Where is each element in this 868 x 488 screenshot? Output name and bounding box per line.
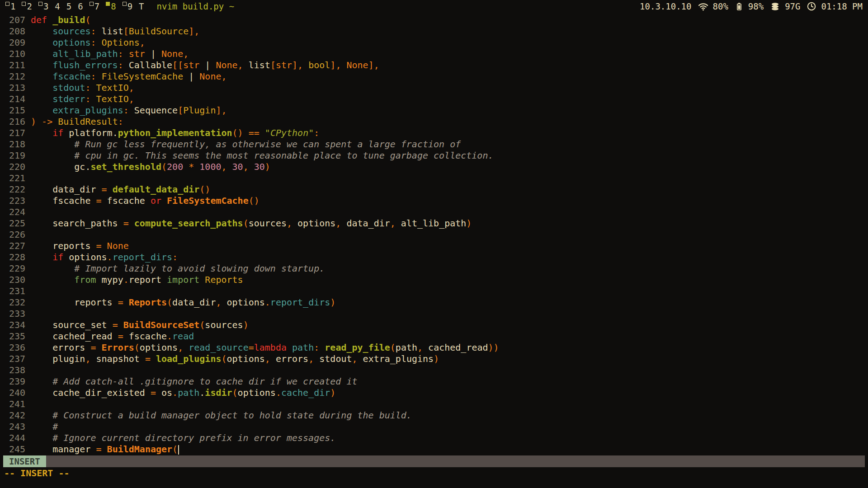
workspace-label: T <box>139 0 144 12</box>
window-square-icon <box>123 2 127 6</box>
line-number: 220 <box>0 161 25 173</box>
workspace-label: 7 <box>94 0 99 12</box>
code-line[interactable]: 215 extra_plugins: Sequence[Plugin], <box>0 105 868 116</box>
workspace-item-9[interactable]: 9 <box>123 0 132 12</box>
code-line[interactable]: 236 errors = Errors(options, read_source… <box>0 342 868 353</box>
workspace-label: 8 <box>111 0 116 12</box>
workspace-item-3[interactable]: 3 <box>38 0 48 12</box>
disk-icon <box>764 1 781 12</box>
code-line[interactable]: 220 gc.set_threshold(200 * 1000, 30, 30) <box>0 161 868 173</box>
code-line[interactable]: 210 alt_lib_path: str | None, <box>0 48 868 60</box>
line-number: 245 <box>0 444 25 455</box>
code-line[interactable]: 232 reports = Reports(data_dir, options.… <box>0 297 868 308</box>
window-title: nvim build.py ~ <box>157 1 235 11</box>
code-line[interactable]: 224 <box>0 206 868 218</box>
workspace-list: 123456789T <box>5 0 151 12</box>
line-number: 229 <box>0 263 25 274</box>
code-line[interactable]: 227 reports = None <box>0 240 868 252</box>
code-line[interactable]: 211 flush_errors: Callable[[str | None, … <box>0 60 868 71</box>
line-number: 208 <box>0 26 25 37</box>
line-number: 215 <box>0 105 25 116</box>
statusline: INSERT <box>0 455 868 467</box>
code-line[interactable]: 214 stderr: TextIO, <box>0 94 868 105</box>
code-line[interactable]: 207def _build( <box>0 14 868 26</box>
line-number: 213 <box>0 82 25 94</box>
line-number: 234 <box>0 319 25 331</box>
line-number: 235 <box>0 331 25 342</box>
workspace-item-1[interactable]: 1 <box>5 0 15 12</box>
line-number: 225 <box>0 218 25 229</box>
code-line[interactable]: 242 # Construct a build manager object t… <box>0 410 868 421</box>
line-number: 223 <box>0 195 25 206</box>
line-number: 233 <box>0 308 25 319</box>
line-number: 221 <box>0 173 25 184</box>
code-line[interactable]: 221 <box>0 173 868 184</box>
code-line[interactable]: 235 cached_read = fscache.read <box>0 331 868 342</box>
workspace-label: 2 <box>27 0 32 12</box>
code-line[interactable]: 233 <box>0 308 868 319</box>
line-number: 207 <box>0 14 25 26</box>
line-number: 218 <box>0 139 25 150</box>
code-line[interactable]: 216) -> BuildResult: <box>0 116 868 127</box>
code-line[interactable]: 223 fscache = fscache or FileSystemCache… <box>0 195 868 206</box>
code-line[interactable]: 225 search_paths = compute_search_paths(… <box>0 218 868 229</box>
line-number: 232 <box>0 297 25 308</box>
code-line[interactable]: 240 cache_dir_existed = os.path.isdir(op… <box>0 387 868 399</box>
window-square-icon <box>90 2 94 6</box>
line-number: 212 <box>0 71 25 82</box>
code-line[interactable]: 230 from mypy.report import Reports <box>0 274 868 286</box>
workspace-item-6[interactable]: 6 <box>78 0 83 12</box>
line-number: 237 <box>0 353 25 365</box>
line-number: 226 <box>0 229 25 240</box>
status-text: 10.3.10.10 <box>640 1 691 11</box>
workspace-item-T[interactable]: T <box>139 0 144 12</box>
line-number: 227 <box>0 240 25 252</box>
line-number: 216 <box>0 116 25 127</box>
line-number: 230 <box>0 274 25 286</box>
status-text: 01:18 PM <box>821 1 863 11</box>
code-line[interactable]: 213 stdout: TextIO, <box>0 82 868 94</box>
code-line[interactable]: 244 # Ignore current directory prefix in… <box>0 432 868 444</box>
code-line[interactable]: 229 # Import lazily to avoid slowing dow… <box>0 263 868 274</box>
line-number: 209 <box>0 37 25 48</box>
workspace-item-4[interactable]: 4 <box>55 0 60 12</box>
code-line[interactable]: 218 # Run gc less frequently, as otherwi… <box>0 139 868 150</box>
code-line[interactable]: 239 # Add catch-all .gitignore to cache … <box>0 376 868 387</box>
line-number: 224 <box>0 206 25 218</box>
workspace-label: 9 <box>127 0 132 12</box>
workspace-item-8[interactable]: 8 <box>106 0 116 12</box>
code-line[interactable]: 226 <box>0 229 868 240</box>
code-line[interactable]: 222 data_dir = default_data_dir() <box>0 184 868 195</box>
line-number: 240 <box>0 387 25 399</box>
code-line[interactable]: 208 sources: list[BuildSource], <box>0 26 868 37</box>
line-number: 239 <box>0 376 25 387</box>
code-line[interactable]: 219 # cpu in gc. This seems the most rea… <box>0 150 868 161</box>
code-line[interactable]: 209 options: Options, <box>0 37 868 48</box>
wifi-icon <box>692 1 709 12</box>
system-status: 10.3.10.1080%98%97G01:18 PM <box>636 1 863 12</box>
line-number: 228 <box>0 252 25 263</box>
line-number: 214 <box>0 94 25 105</box>
line-number: 217 <box>0 127 25 139</box>
code-line[interactable]: 234 source_set = BuildSourceSet(sources) <box>0 319 868 331</box>
code-area[interactable]: 207def _build(208 sources: list[BuildSou… <box>0 14 868 455</box>
status-text: 80% <box>713 1 728 11</box>
code-line[interactable]: 237 plugin, snapshot = load_plugins(opti… <box>0 353 868 365</box>
code-line[interactable]: 217 if platform.python_implementation() … <box>0 127 868 139</box>
line-number: 243 <box>0 421 25 432</box>
workspace-item-5[interactable]: 5 <box>66 0 71 12</box>
editor[interactable]: 207def _build(208 sources: list[BuildSou… <box>0 13 868 455</box>
insert-cursor <box>178 445 179 455</box>
window-square-icon <box>5 2 9 6</box>
code-line[interactable]: 228 if options.report_dirs: <box>0 252 868 263</box>
code-line[interactable]: 238 <box>0 365 868 376</box>
workspace-item-7[interactable]: 7 <box>90 0 99 12</box>
code-line[interactable]: 212 fscache: FileSystemCache | None, <box>0 71 868 82</box>
status-text: 97G <box>785 1 800 11</box>
code-line[interactable]: 243 # <box>0 421 868 432</box>
workspace-item-2[interactable]: 2 <box>22 0 32 12</box>
line-number: 238 <box>0 365 25 376</box>
code-line[interactable]: 245 manager = BuildManager( <box>0 444 868 455</box>
code-line[interactable]: 241 <box>0 399 868 410</box>
code-line[interactable]: 231 <box>0 286 868 297</box>
